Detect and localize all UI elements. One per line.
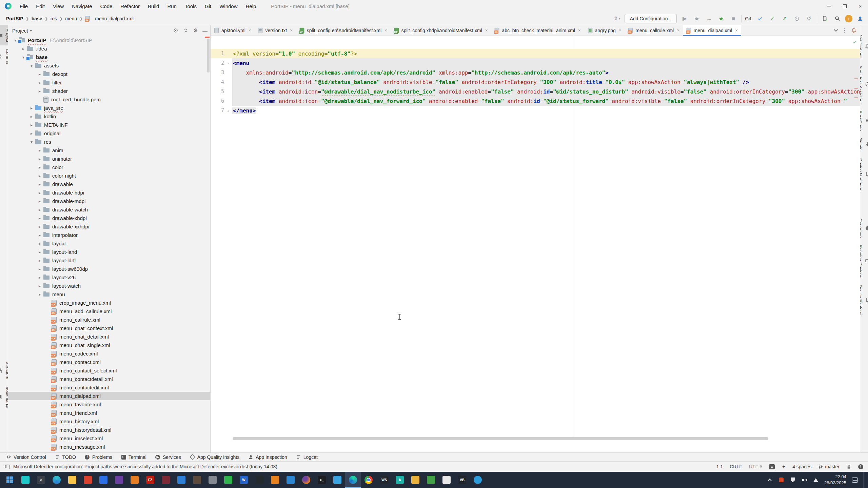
volume-icon[interactable]: [801, 477, 807, 483]
collapse-all-icon[interactable]: [183, 28, 189, 33]
breadcrumb-item[interactable]: base: [30, 15, 44, 22]
editor-tab[interactable]: split_config.xhdpi\AndroidManifest.xml×: [391, 25, 491, 36]
menubar-item-window[interactable]: Window: [216, 2, 241, 11]
tree-item[interactable]: ▸.idea: [8, 44, 210, 53]
tree-item[interactable]: menu_add_callrule.xml: [8, 307, 210, 316]
expand-arrow[interactable]: ▸: [36, 89, 43, 94]
taskbar-app-icon[interactable]: [111, 472, 127, 488]
fold-marker[interactable]: ▾: [224, 58, 232, 68]
debug-icon[interactable]: [692, 14, 701, 23]
taskbar-app-icon[interactable]: ⌕: [33, 472, 49, 488]
git-update-icon[interactable]: ↙: [756, 14, 765, 23]
line-ending[interactable]: CRLF: [730, 464, 742, 469]
taskbar-app-icon[interactable]: [345, 472, 361, 488]
taskbar-app-icon[interactable]: VB: [454, 472, 470, 488]
toolwindow-button-app-inspection[interactable]: App Inspection: [248, 454, 287, 460]
tree-item[interactable]: ▸drawable: [8, 180, 210, 188]
profile-avatar[interactable]: [856, 14, 865, 23]
expand-arrow[interactable]: ▸: [28, 114, 35, 119]
taskbar-app-icon[interactable]: [18, 472, 33, 488]
tree-item[interactable]: ▾PortSIPE:\Android\PortSIP: [8, 36, 210, 44]
tree-item[interactable]: ▸layout-v26: [8, 273, 210, 282]
taskbar-app-icon[interactable]: [80, 472, 96, 488]
breadcrumb-item[interactable]: menu: [64, 15, 78, 22]
taskbar-clock[interactable]: 22:04 28/02/2025: [824, 474, 846, 486]
taskbar-app-icon[interactable]: [267, 472, 283, 488]
tree-item[interactable]: ▸dexopt: [8, 70, 210, 78]
tree-item[interactable]: ▸kotlin: [8, 112, 210, 121]
close-icon[interactable]: ×: [384, 28, 387, 33]
tree-item[interactable]: menu_contactdetail.xml: [8, 375, 210, 383]
tree-item[interactable]: ▸layout-watch: [8, 282, 210, 290]
expand-arrow[interactable]: ▾: [36, 292, 43, 297]
expand-arrow[interactable]: ▸: [36, 275, 43, 280]
tree-item[interactable]: ▾assets: [8, 61, 210, 70]
close-button[interactable]: ×: [852, 0, 868, 12]
maximize-button[interactable]: [837, 0, 852, 12]
tray-expand-icon[interactable]: [767, 477, 773, 483]
start-button[interactable]: [2, 472, 18, 488]
locate-file-icon[interactable]: [173, 28, 178, 33]
menubar-item-refactor[interactable]: Refactor: [117, 2, 143, 11]
taskbar-app-icon[interactable]: [64, 472, 80, 488]
expand-arrow[interactable]: ▸: [36, 199, 43, 204]
close-icon[interactable]: ×: [578, 28, 581, 33]
tree-item[interactable]: ▸layout-sw600dp: [8, 265, 210, 273]
code-editor[interactable]: 1<?xml version="1.0" encoding="utf-8"?>2…: [211, 36, 860, 452]
tree-item[interactable]: ▸shader: [8, 87, 210, 95]
expand-arrow[interactable]: ▸: [36, 190, 43, 195]
tree-item[interactable]: ▸layout: [8, 239, 210, 248]
tree-item[interactable]: menu_chat_context.xml: [8, 324, 210, 332]
profile-icon[interactable]: ⑉: [705, 14, 713, 23]
editor-tab[interactable]: menu_callrule.xml×: [625, 25, 683, 36]
editor-tab[interactable]: apktool.yml×: [211, 25, 254, 36]
tree-item[interactable]: menu_history.xml: [8, 417, 210, 426]
taskbar-app-icon[interactable]: [205, 472, 220, 488]
search-everywhere-icon[interactable]: [833, 14, 842, 23]
expand-arrow[interactable]: ▸: [36, 148, 43, 153]
tree-item[interactable]: menu_imselect.xml: [8, 434, 210, 443]
tree-item[interactable]: ▸interpolator: [8, 231, 210, 239]
tree-item[interactable]: ▾base: [8, 53, 210, 61]
toolwindow-button-problems[interactable]: !Problems: [85, 454, 112, 460]
taskbar-app-icon[interactable]: [423, 472, 439, 488]
taskbar-app-icon[interactable]: [252, 472, 267, 488]
expand-arrow[interactable]: ▸: [36, 165, 43, 170]
tree-item[interactable]: ▸original: [8, 129, 210, 138]
caret-position[interactable]: 1:1: [716, 464, 723, 469]
editor-tab[interactable]: angry.png×: [584, 25, 625, 36]
expand-arrow[interactable]: ▸: [36, 157, 43, 161]
tree-item[interactable]: ▸color-night: [8, 171, 210, 180]
action-center-icon[interactable]: [852, 477, 858, 483]
taskbar-app-icon[interactable]: [283, 472, 298, 488]
toolwindow-button-services[interactable]: ▶Services: [155, 454, 181, 460]
toolwindow-button-todo[interactable]: TODO: [55, 454, 76, 460]
expand-arrow[interactable]: ▸: [36, 250, 43, 255]
fold-marker[interactable]: ▴: [224, 106, 232, 115]
tree-item[interactable]: ▾res: [8, 138, 210, 146]
menubar-item-help[interactable]: Help: [242, 2, 260, 11]
menubar-item-build[interactable]: Build: [144, 2, 162, 11]
tree-item[interactable]: ▸META-INF: [8, 121, 210, 129]
expand-arrow[interactable]: ▾: [28, 63, 35, 68]
menubar-item-edit[interactable]: Edit: [33, 2, 48, 11]
tree-item[interactable]: crop_image_menu.xml: [8, 299, 210, 307]
project-scrollbar[interactable]: [207, 39, 210, 73]
taskbar-app-icon[interactable]: [96, 472, 111, 488]
expand-arrow[interactable]: ▸: [36, 258, 43, 263]
menubar-item-code[interactable]: Code: [97, 2, 116, 11]
taskbar-app-icon[interactable]: [158, 472, 174, 488]
menubar-item-run[interactable]: Run: [164, 2, 180, 11]
close-icon[interactable]: ×: [485, 28, 488, 33]
expand-arrow[interactable]: ▸: [28, 123, 35, 127]
update-available-icon[interactable]: ↑: [845, 15, 852, 22]
chevron-down-icon[interactable]: ▾: [30, 29, 32, 33]
taskbar-app-icon[interactable]: A: [392, 472, 408, 488]
tree-item[interactable]: menu_dialpad.xml: [8, 392, 210, 400]
highlight-level-icon[interactable]: !: [858, 464, 863, 469]
status-message[interactable]: Microsoft Defender configuration: Projec…: [13, 464, 277, 469]
expand-arrow[interactable]: ▸: [36, 182, 43, 187]
breadcrumb-item[interactable]: PortSIP: [5, 15, 25, 22]
tree-item[interactable]: ▸color: [8, 163, 210, 171]
network-icon[interactable]: [813, 477, 819, 483]
